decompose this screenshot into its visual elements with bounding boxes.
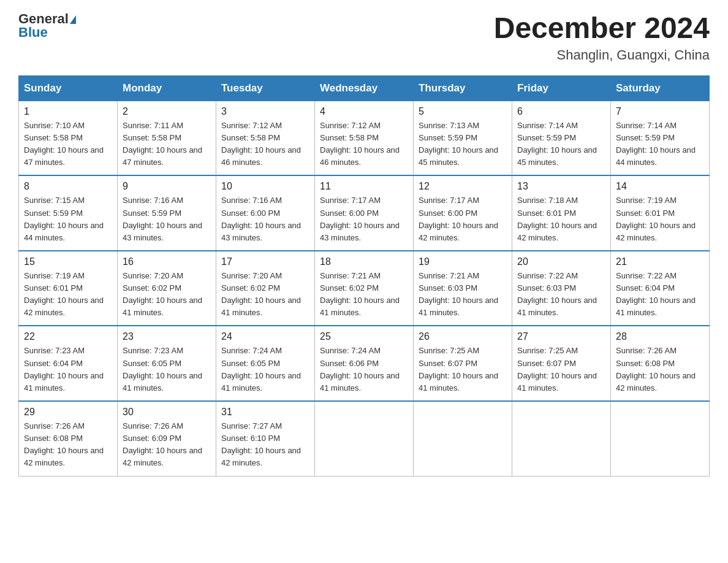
calendar-cell: 12Sunrise: 7:17 AMSunset: 6:00 PMDayligh… — [414, 175, 512, 251]
day-info: Sunrise: 7:10 AMSunset: 5:58 PMDaylight:… — [24, 120, 112, 169]
day-number: 30 — [123, 407, 211, 418]
day-info: Sunrise: 7:19 AMSunset: 6:01 PMDaylight:… — [616, 194, 704, 244]
day-number: 20 — [517, 256, 605, 267]
day-number: 27 — [517, 331, 605, 342]
day-info: Sunrise: 7:23 AMSunset: 6:05 PMDaylight:… — [123, 345, 211, 394]
week-row-3: 15Sunrise: 7:19 AMSunset: 6:01 PMDayligh… — [19, 251, 710, 326]
week-row-4: 22Sunrise: 7:23 AMSunset: 6:04 PMDayligh… — [19, 326, 710, 401]
day-number: 24 — [221, 331, 309, 342]
calendar-table: SundayMondayTuesdayWednesdayThursdayFrid… — [18, 75, 710, 477]
logo-triangle-icon — [70, 15, 76, 24]
calendar-cell: 26Sunrise: 7:25 AMSunset: 6:07 PMDayligh… — [414, 326, 512, 401]
calendar-cell: 15Sunrise: 7:19 AMSunset: 6:01 PMDayligh… — [19, 251, 118, 326]
day-info: Sunrise: 7:24 AMSunset: 6:05 PMDaylight:… — [221, 345, 309, 394]
calendar-cell: 7Sunrise: 7:14 AMSunset: 5:59 PMDaylight… — [611, 101, 710, 175]
day-number: 2 — [123, 106, 211, 117]
day-info: Sunrise: 7:22 AMSunset: 6:04 PMDaylight:… — [616, 270, 704, 320]
day-number: 12 — [419, 181, 507, 192]
calendar-cell: 6Sunrise: 7:14 AMSunset: 5:59 PMDaylight… — [512, 101, 611, 175]
day-info: Sunrise: 7:17 AMSunset: 6:00 PMDaylight:… — [419, 194, 507, 244]
day-number: 19 — [419, 256, 507, 267]
calendar-cell: 30Sunrise: 7:26 AMSunset: 6:09 PMDayligh… — [118, 401, 216, 476]
calendar-cell: 23Sunrise: 7:23 AMSunset: 6:05 PMDayligh… — [118, 326, 216, 401]
calendar-cell: 20Sunrise: 7:22 AMSunset: 6:03 PMDayligh… — [512, 251, 611, 326]
day-info: Sunrise: 7:25 AMSunset: 6:07 PMDaylight:… — [419, 345, 507, 394]
day-number: 8 — [24, 181, 112, 192]
day-info: Sunrise: 7:14 AMSunset: 5:59 PMDaylight:… — [616, 120, 704, 169]
day-number: 9 — [123, 181, 211, 192]
weekday-header-friday: Friday — [512, 75, 611, 101]
day-info: Sunrise: 7:19 AMSunset: 6:01 PMDaylight:… — [24, 270, 112, 320]
day-info: Sunrise: 7:17 AMSunset: 6:00 PMDaylight:… — [320, 194, 408, 244]
day-info: Sunrise: 7:20 AMSunset: 6:02 PMDaylight:… — [123, 270, 211, 320]
day-number: 22 — [24, 331, 112, 342]
weekday-header-sunday: Sunday — [19, 75, 118, 101]
day-number: 7 — [616, 106, 704, 117]
week-row-2: 8Sunrise: 7:15 AMSunset: 5:59 PMDaylight… — [19, 175, 710, 251]
day-number: 28 — [616, 331, 704, 342]
logo: General Blue — [18, 12, 76, 39]
day-info: Sunrise: 7:26 AMSunset: 6:08 PMDaylight:… — [616, 345, 704, 394]
day-info: Sunrise: 7:11 AMSunset: 5:58 PMDaylight:… — [123, 120, 211, 169]
weekday-header-monday: Monday — [118, 75, 216, 101]
calendar-cell: 3Sunrise: 7:12 AMSunset: 5:58 PMDaylight… — [216, 101, 315, 175]
page-header: General Blue December 2024 Shanglin, Gua… — [18, 12, 710, 63]
week-row-1: 1Sunrise: 7:10 AMSunset: 5:58 PMDaylight… — [19, 101, 710, 175]
calendar-cell: 11Sunrise: 7:17 AMSunset: 6:00 PMDayligh… — [315, 175, 414, 251]
calendar-cell: 13Sunrise: 7:18 AMSunset: 6:01 PMDayligh… — [512, 175, 611, 251]
day-number: 26 — [419, 331, 507, 342]
day-number: 17 — [221, 256, 309, 267]
calendar-cell — [611, 401, 710, 476]
calendar-cell: 18Sunrise: 7:21 AMSunset: 6:02 PMDayligh… — [315, 251, 414, 326]
calendar-cell: 9Sunrise: 7:16 AMSunset: 5:59 PMDaylight… — [118, 175, 216, 251]
weekday-header-row: SundayMondayTuesdayWednesdayThursdayFrid… — [19, 75, 710, 101]
calendar-cell: 29Sunrise: 7:26 AMSunset: 6:08 PMDayligh… — [19, 401, 118, 476]
day-info: Sunrise: 7:15 AMSunset: 5:59 PMDaylight:… — [24, 194, 112, 244]
day-info: Sunrise: 7:14 AMSunset: 5:59 PMDaylight:… — [517, 120, 605, 169]
calendar-cell: 2Sunrise: 7:11 AMSunset: 5:58 PMDaylight… — [118, 101, 216, 175]
day-info: Sunrise: 7:12 AMSunset: 5:58 PMDaylight:… — [221, 120, 309, 169]
month-title: December 2024 — [494, 12, 710, 45]
calendar-cell: 1Sunrise: 7:10 AMSunset: 5:58 PMDaylight… — [19, 101, 118, 175]
calendar-cell: 17Sunrise: 7:20 AMSunset: 6:02 PMDayligh… — [216, 251, 315, 326]
calendar-cell: 28Sunrise: 7:26 AMSunset: 6:08 PMDayligh… — [611, 326, 710, 401]
calendar-cell: 19Sunrise: 7:21 AMSunset: 6:03 PMDayligh… — [414, 251, 512, 326]
logo-text: General — [18, 12, 76, 26]
day-number: 11 — [320, 181, 408, 192]
day-info: Sunrise: 7:21 AMSunset: 6:03 PMDaylight:… — [419, 270, 507, 320]
day-number: 14 — [616, 181, 704, 192]
day-info: Sunrise: 7:26 AMSunset: 6:09 PMDaylight:… — [123, 420, 211, 470]
day-number: 16 — [123, 256, 211, 267]
day-info: Sunrise: 7:21 AMSunset: 6:02 PMDaylight:… — [320, 270, 408, 320]
day-number: 4 — [320, 106, 408, 117]
calendar-cell — [414, 401, 512, 476]
day-info: Sunrise: 7:18 AMSunset: 6:01 PMDaylight:… — [517, 194, 605, 244]
title-block: December 2024 Shanglin, Guangxi, China — [494, 12, 710, 63]
day-info: Sunrise: 7:27 AMSunset: 6:10 PMDaylight:… — [221, 420, 309, 470]
day-number: 6 — [517, 106, 605, 117]
weekday-header-wednesday: Wednesday — [315, 75, 414, 101]
day-number: 31 — [221, 407, 309, 418]
day-info: Sunrise: 7:20 AMSunset: 6:02 PMDaylight:… — [221, 270, 309, 320]
day-number: 15 — [24, 256, 112, 267]
weekday-header-thursday: Thursday — [414, 75, 512, 101]
week-row-5: 29Sunrise: 7:26 AMSunset: 6:08 PMDayligh… — [19, 401, 710, 476]
calendar-cell: 31Sunrise: 7:27 AMSunset: 6:10 PMDayligh… — [216, 401, 315, 476]
day-info: Sunrise: 7:22 AMSunset: 6:03 PMDaylight:… — [517, 270, 605, 320]
calendar-cell: 21Sunrise: 7:22 AMSunset: 6:04 PMDayligh… — [611, 251, 710, 326]
day-info: Sunrise: 7:12 AMSunset: 5:58 PMDaylight:… — [320, 120, 408, 169]
weekday-header-saturday: Saturday — [611, 75, 710, 101]
day-info: Sunrise: 7:16 AMSunset: 5:59 PMDaylight:… — [123, 194, 211, 244]
day-number: 25 — [320, 331, 408, 342]
day-info: Sunrise: 7:25 AMSunset: 6:07 PMDaylight:… — [517, 345, 605, 394]
logo-blue: Blue — [18, 25, 48, 40]
calendar-cell — [315, 401, 414, 476]
calendar-cell: 8Sunrise: 7:15 AMSunset: 5:59 PMDaylight… — [19, 175, 118, 251]
calendar-cell: 27Sunrise: 7:25 AMSunset: 6:07 PMDayligh… — [512, 326, 611, 401]
day-info: Sunrise: 7:23 AMSunset: 6:04 PMDaylight:… — [24, 345, 112, 394]
calendar-cell: 24Sunrise: 7:24 AMSunset: 6:05 PMDayligh… — [216, 326, 315, 401]
calendar-cell: 4Sunrise: 7:12 AMSunset: 5:58 PMDaylight… — [315, 101, 414, 175]
weekday-header-tuesday: Tuesday — [216, 75, 315, 101]
day-number: 29 — [24, 407, 112, 418]
location: Shanglin, Guangxi, China — [494, 47, 710, 63]
